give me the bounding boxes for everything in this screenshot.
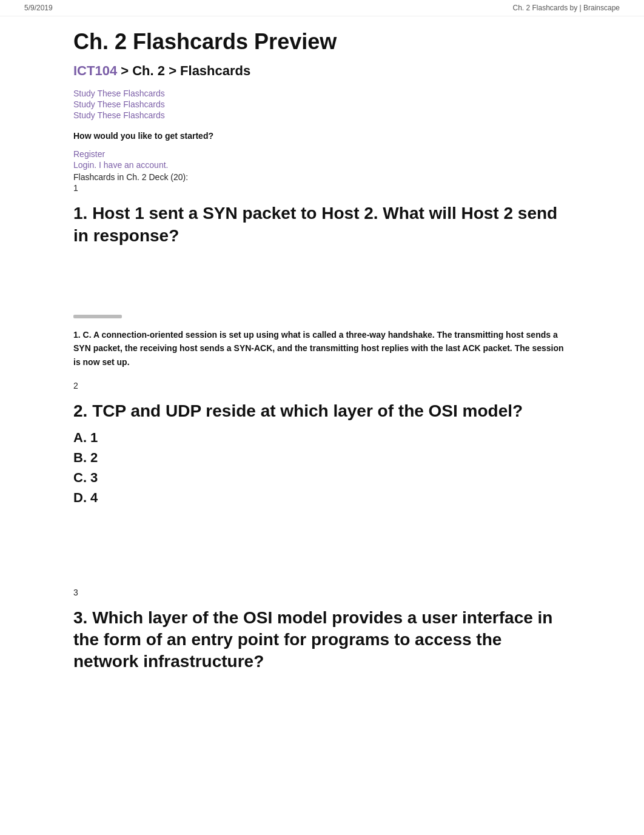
browser-tab-title: Ch. 2 Flashcards by | Brainscape [512,4,620,12]
card-number-3: 3 [73,588,571,597]
auth-links-container: Register Login. I have an account. [73,149,571,170]
card-1: 1. Host 1 sent a SYN packet to Host 2. W… [73,203,571,369]
option-a: A. 1 [73,428,571,448]
breadcrumb: ICT104 > Ch. 2 > Flashcards [73,63,571,79]
breadcrumb-link[interactable]: ICT104 [73,63,117,78]
card-number-2: 2 [73,381,571,391]
card-1-spacer [73,254,571,315]
card-1-answer: 1. C. A connection-oriented session is s… [73,328,571,369]
deck-info: Flashcards in Ch. 2 Deck (20): [73,172,571,182]
card-2-question: 2. TCP and UDP reside at which layer of … [73,400,571,422]
card-1-question: 1. Host 1 sent a SYN packet to Host 2. W… [73,203,571,247]
card-3-question: 3. Which layer of the OSI model provides… [73,607,571,673]
study-link-1[interactable]: Study These Flashcards [73,89,571,98]
register-link[interactable]: Register [73,149,571,159]
browser-date: 5/9/2019 [24,4,53,12]
option-b: B. 2 [73,448,571,468]
login-link[interactable]: Login. I have an account. [73,160,571,170]
card-2-spacer [73,515,571,588]
study-links-container: Study These Flashcards Study These Flash… [73,89,571,120]
page-title: Ch. 2 Flashcards Preview [73,29,571,55]
get-started-label: How would you like to get started? [73,131,571,141]
card-2: 2. TCP and UDP reside at which layer of … [73,400,571,587]
option-c: C. 3 [73,468,571,488]
card-3: 3. Which layer of the OSI model provides… [73,607,571,673]
card-number-1: 1 [73,183,571,193]
breadcrumb-rest: > Ch. 2 > Flashcards [117,63,250,78]
option-d: D. 4 [73,488,571,508]
study-link-3[interactable]: Study These Flashcards [73,110,571,120]
study-link-2[interactable]: Study These Flashcards [73,99,571,109]
card-1-divider [73,315,122,318]
card-2-options: A. 1 B. 2 C. 3 D. 4 [73,428,571,508]
